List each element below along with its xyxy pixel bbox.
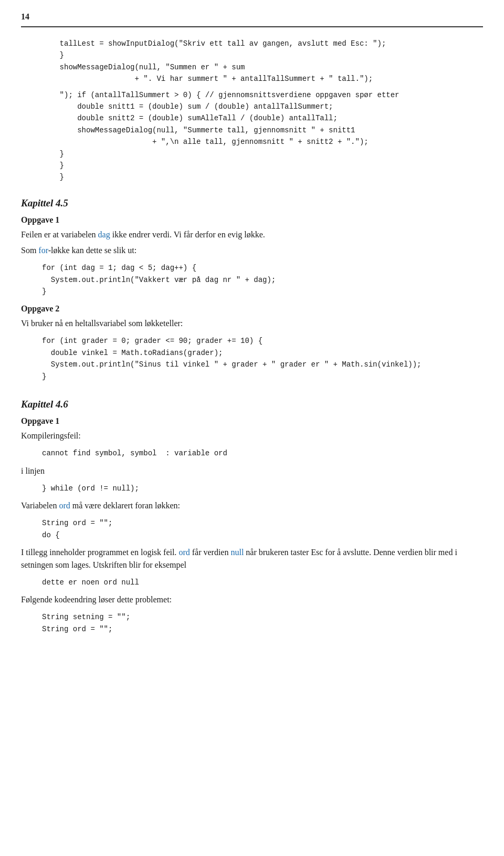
oppgave-45-1-label: Oppgave 1	[21, 214, 483, 226]
solution-code-block: String setning = ""; String ord = "";	[42, 611, 483, 635]
variabelen-text: Variabelen ord må være deklarert foran l…	[21, 499, 483, 512]
highlight-ord1: ord	[59, 501, 70, 510]
while-code-block: } while (ord != null);	[42, 483, 483, 494]
oppgave-45-1-text: Feilen er at variabelen dag ikke endrer …	[21, 228, 483, 241]
text-variabelen: Variabelen	[21, 501, 59, 510]
highlight-for: for	[38, 246, 48, 255]
text-feilen: Feilen er at variabelen	[21, 230, 98, 239]
highlight-ord2: ord	[178, 548, 190, 557]
text-itillegg: I tillegg inneholder programmet en logis…	[21, 548, 178, 557]
oppgave-45-1-text2: Som for-løkke kan dette se slik ut:	[21, 244, 483, 257]
page-number: 14	[21, 11, 483, 27]
text-ikke: ikke endrer verdi. Vi får derfor en evig…	[110, 230, 265, 239]
chapter-46-heading: Kapittel 4.6	[21, 397, 483, 412]
top-code-block2: "); if (antallTallSummert > 0) { // gjen…	[42, 89, 483, 183]
text-lokke: -løkke kan dette se slik ut:	[48, 246, 136, 255]
oppgave-45-2-text: Vi bruker nå en heltallsvariabel som løk…	[21, 317, 483, 330]
oppgave-45-2-label: Oppgave 2	[21, 302, 483, 315]
i-linjen-text: i linjen	[21, 465, 483, 477]
highlight-null: null	[230, 548, 244, 557]
text-faar: får verdien	[190, 548, 231, 557]
top-code-block: tallLest = showInputDialog("Skriv ett ta…	[42, 38, 483, 85]
oppgave-46-1-label: Oppgave 1	[21, 415, 483, 427]
fix-code-block: String ord = ""; do {	[42, 517, 483, 541]
itillegg-text: I tillegg inneholder programmet en logis…	[21, 546, 483, 571]
code-block-45-2: for (int grader = 0; grader <= 90; grade…	[42, 335, 483, 382]
foelgende-text: Følgende kodeendring løser dette problem…	[21, 593, 483, 606]
error-code-block: cannot find symbol, symbol : variable or…	[42, 447, 483, 459]
kompileringsfeil-label: Kompileringsfeil:	[21, 430, 483, 442]
text-maa: må være deklarert foran løkken:	[70, 501, 180, 510]
example-code-block: dette er noen ord null	[42, 577, 483, 588]
code-block-45-1: for (int dag = 1; dag < 5; dag++) { Syst…	[42, 262, 483, 297]
text-som: Som	[21, 246, 38, 255]
chapter-45-heading: Kapittel 4.5	[21, 196, 483, 211]
highlight-dag: dag	[98, 230, 110, 239]
